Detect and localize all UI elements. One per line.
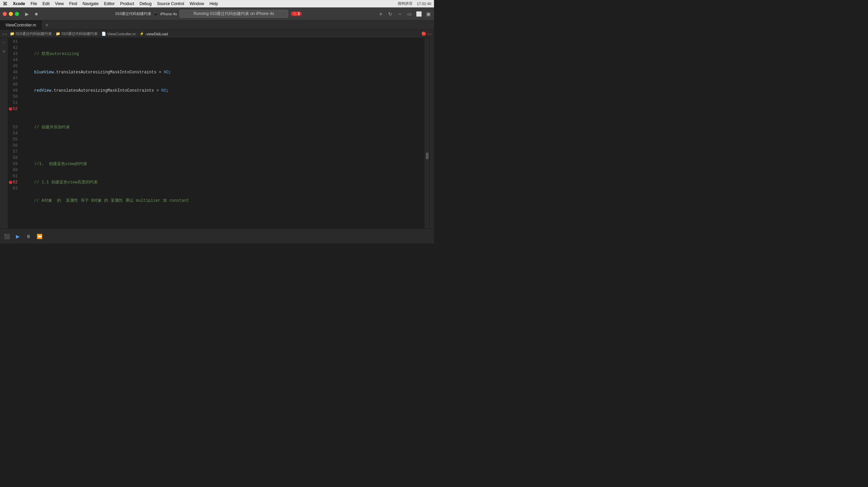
menu-find[interactable]: Find [69, 1, 77, 6]
code-line-43: redView.translatesAutoresizingMaskIntoCo… [24, 88, 424, 94]
nav-forward[interactable]: › [5, 32, 7, 36]
run-button[interactable]: ▶ [24, 11, 30, 17]
menubar-right: 搜狗拼音 17:02:40 [398, 1, 431, 6]
pause-icon[interactable]: ⏸ [24, 232, 33, 240]
code-line-50 [24, 216, 424, 222]
ln-57: 57 [8, 149, 20, 155]
file-icon-2: 📁 [56, 32, 60, 36]
run-status: Running 010通过代码创建约束 on iPhone 4s [180, 10, 288, 18]
menu-navigate[interactable]: Navigate [82, 1, 98, 6]
breadcrumb-sep-3: › [137, 32, 138, 36]
minimize-button[interactable] [9, 12, 13, 16]
breadcrumb-sep-1: › [53, 32, 55, 36]
ln-52c [8, 118, 20, 124]
breadcrumb-sep-2: › [99, 32, 100, 36]
ln-41: 41 [8, 39, 20, 45]
breadcrumb: ‹ › 📁 010通过代码创建约束 › 📁 010通过代码创建约束 › 📄 Vi… [0, 30, 434, 38]
nav-prev-error[interactable]: ‹ [428, 32, 429, 36]
code-editor[interactable]: 41 42 43 44 45 46 47 48 49 50 51 52 53 5… [8, 38, 429, 229]
file-icon-3: 📄 [101, 32, 106, 36]
breadcrumb-item-4[interactable]: ⚡ -viewDidLoad [139, 32, 168, 36]
device-icon: 📱 [153, 12, 158, 16]
breadcrumb-error: 🔴 ‹ › [421, 32, 431, 36]
toolbar-center: 010通过代码创建约束 📱 iPhone 4s Running 010通过代码创… [41, 10, 376, 18]
error-badge: 🔴 3 [291, 12, 302, 16]
breadcrumb-item-3[interactable]: 📄 ViewController.m [101, 32, 135, 36]
stop-button[interactable]: ■ [33, 11, 39, 17]
view-icon-2[interactable]: ↻ [387, 11, 393, 17]
menu-product[interactable]: Product [120, 1, 134, 6]
play-icon[interactable]: ▶ [14, 232, 22, 240]
ln-59: 59 [8, 161, 20, 167]
layout-split[interactable]: ⬜ [416, 11, 422, 17]
toolbar-left-icons: ▶ ■ [24, 11, 39, 17]
console-icon[interactable]: ⬛ [3, 232, 11, 240]
apple-menu[interactable]: ⌘ [3, 1, 7, 6]
maximize-button[interactable] [15, 12, 19, 16]
menu-file[interactable]: File [31, 1, 37, 6]
scrollbar[interactable] [424, 38, 429, 229]
error-indicator: 🔴 [421, 32, 426, 36]
error-dot-62 [9, 181, 12, 184]
project-name: 010通过代码创建约束 [115, 11, 151, 16]
menu-xcode[interactable]: Xcode [13, 1, 25, 6]
ln-58: 58 [8, 155, 20, 161]
menu-debug[interactable]: Debug [139, 1, 151, 6]
tab-label: ViewController.m [5, 23, 36, 28]
add-tab-button[interactable]: + [42, 20, 52, 30]
code-line-45: // 创建并添加约束 [24, 124, 424, 130]
view-icon-1[interactable]: ≡ [378, 11, 384, 17]
code-line-41: // 禁用autoresizing [24, 51, 424, 57]
close-button[interactable] [3, 12, 7, 16]
code-line-47: //1. 创建蓝色view的约束 [24, 161, 424, 167]
menu-source-control[interactable]: Source Control [157, 1, 184, 6]
view-icon-3[interactable]: ↔ [397, 11, 403, 17]
ln-45: 45 [8, 63, 20, 69]
ime-label: 搜狗拼音 [398, 1, 413, 6]
toolbar-right-icons: ≡ ↻ ↔ ▭ ⬜ ▣ [378, 11, 431, 17]
error-dot-52 [9, 107, 12, 111]
code-line-49: // A对象 的 某属性 等于 B对象 的 某属性 乘以 multiplier … [24, 198, 424, 204]
left-sidebar: ← ≡ [0, 38, 8, 229]
ln-46: 46 [8, 69, 20, 75]
menu-edit[interactable]: Edit [42, 1, 50, 6]
file-icon-1: 📁 [10, 32, 15, 36]
breadcrumb-item-2[interactable]: 📁 010通过代码创建约束 [56, 31, 97, 36]
sidebar-list[interactable]: ≡ [1, 48, 7, 54]
scrollbar-thumb[interactable] [426, 152, 429, 159]
code-line-48: // 1.1 创建蓝色view高度的约束 [24, 179, 424, 185]
tabbar: ViewController.m + [0, 20, 434, 30]
ln-55: 55 [8, 137, 20, 143]
ln-60: 60 [8, 167, 20, 173]
menu-editor[interactable]: Editor [104, 1, 115, 6]
error-icon: 🔴 [293, 12, 297, 16]
code-line-46 [24, 143, 424, 149]
ln-61: 61 [8, 173, 20, 179]
ln-62: 62 [8, 179, 20, 185]
ln-63: 63 [8, 185, 20, 192]
menu-window[interactable]: Window [190, 1, 204, 6]
ln-52b [8, 112, 20, 118]
device-name: iPhone 4s [160, 12, 177, 16]
menu-help[interactable]: Help [209, 1, 218, 6]
nav-next-error[interactable]: › [430, 32, 431, 36]
rewind-icon[interactable]: ⏪ [35, 232, 43, 240]
breadcrumb-item-1[interactable]: 📁 010通过代码创建约束 [10, 31, 52, 36]
menu-view[interactable]: View [55, 1, 64, 6]
code-line-42: blueView.translatesAutoresizingMaskIntoC… [24, 69, 424, 75]
sidebar-toggle[interactable]: ← [1, 39, 7, 46]
ln-53: 53 [8, 124, 20, 130]
tab-viewcontroller[interactable]: ViewController.m [0, 20, 42, 30]
code-content[interactable]: // 禁用autoresizing blueView.translatesAut… [23, 38, 424, 229]
ln-49: 49 [8, 88, 20, 94]
line-numbers: 41 42 43 44 45 46 47 48 49 50 51 52 53 5… [8, 38, 23, 229]
bottom-bar: ⬛ ▶ ⏸ ⏪ [0, 229, 434, 244]
breadcrumb-nav: ‹ › [3, 32, 6, 36]
method-icon: ⚡ [139, 32, 144, 36]
ln-50: 50 [8, 94, 20, 100]
layout-triple[interactable]: ▣ [425, 11, 431, 17]
window-controls [3, 12, 19, 16]
layout-single[interactable]: ▭ [406, 11, 412, 17]
ln-47: 47 [8, 75, 20, 82]
nav-back[interactable]: ‹ [3, 32, 4, 36]
